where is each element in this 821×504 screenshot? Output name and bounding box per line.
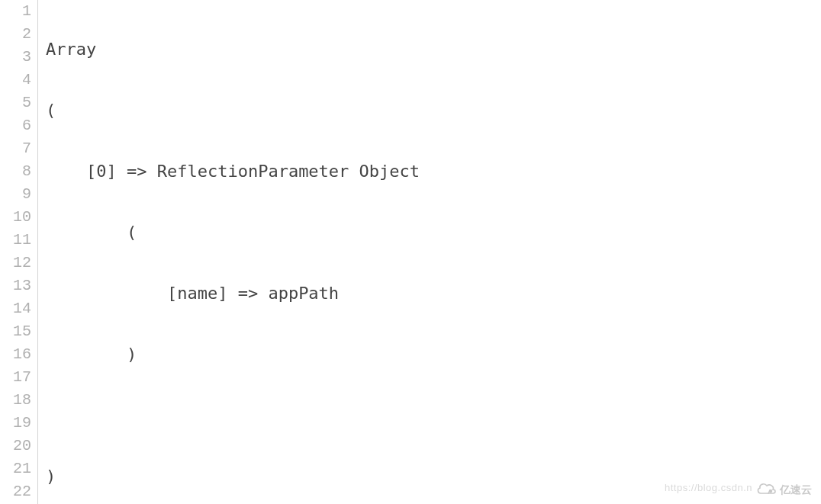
line-number: 5 [6, 91, 31, 114]
line-number: 18 [6, 389, 31, 412]
line-number: 8 [6, 160, 31, 183]
line-number: 11 [6, 229, 31, 252]
line-number: 21 [6, 457, 31, 480]
line-number: 4 [6, 69, 31, 91]
line-number: 7 [6, 137, 31, 160]
line-number: 20 [6, 435, 31, 457]
code-line: [0] => ReflectionParameter Object [46, 160, 821, 183]
line-number: 3 [6, 46, 31, 69]
code-line: ) [46, 343, 821, 366]
line-number: 10 [6, 206, 31, 229]
code-line: ) [46, 465, 821, 488]
code-line [46, 404, 821, 427]
line-number: 14 [6, 297, 31, 320]
line-number-gutter: 1 2 3 4 5 6 7 8 9 10 11 12 13 14 15 16 1… [0, 0, 38, 504]
code-line: ( [46, 99, 821, 122]
line-number: 19 [6, 412, 31, 435]
line-number: 2 [6, 23, 31, 46]
line-number: 16 [6, 343, 31, 366]
code-content[interactable]: Array ( [0] => ReflectionParameter Objec… [38, 0, 821, 504]
code-line: [name] => appPath [46, 282, 821, 305]
line-number: 6 [6, 114, 31, 137]
code-line: ( [46, 221, 821, 244]
line-number: 12 [6, 252, 31, 274]
line-number: 13 [6, 274, 31, 297]
code-line: Array [46, 38, 821, 61]
line-number: 9 [6, 183, 31, 206]
line-number: 15 [6, 320, 31, 343]
line-number: 1 [6, 0, 31, 23]
line-number: 22 [6, 480, 31, 503]
line-number: 17 [6, 366, 31, 389]
